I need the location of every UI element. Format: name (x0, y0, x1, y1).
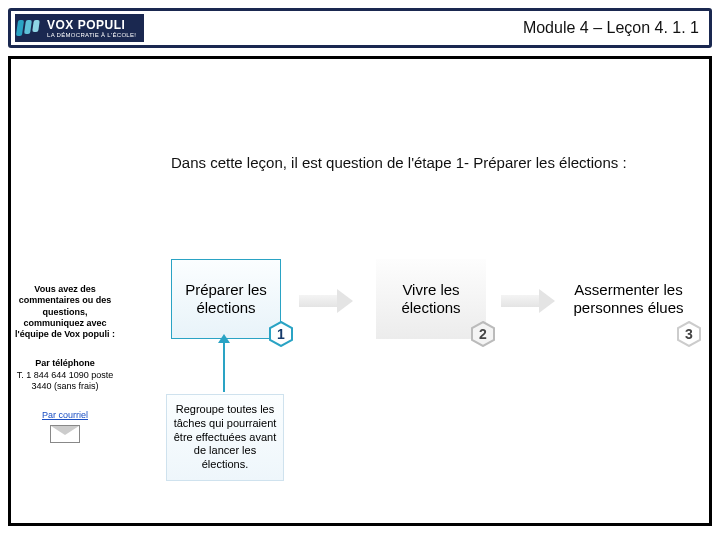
step-1-num: 1 (277, 326, 285, 342)
step-2-badge: 2 (471, 321, 495, 347)
lesson-intro: Dans cette leçon, il est question de l'é… (171, 154, 627, 171)
logo-icon (17, 20, 41, 36)
step-1-detail: Regroupe toutes les tâches qui pourraien… (166, 394, 284, 481)
step-3-box: Assermenter les personnes élues (566, 254, 691, 344)
step-2-num: 2 (479, 326, 487, 342)
step-1-box: Préparer les élections (171, 259, 281, 339)
logo-tagline: LA DÉMOCRATIE À L'ÉCOLE! (47, 32, 136, 38)
step-1-label: Préparer les élections (178, 281, 274, 317)
step-2-box: Vivre les élections (376, 259, 486, 339)
sidebar: Vous avez des commentaires ou des questi… (15, 284, 115, 461)
step-3-label: Assermenter les personnes élues (572, 281, 685, 317)
step-1-badge: 1 (269, 321, 293, 347)
phone-number: T. 1 844 644 1090 poste 3440 (sans frais… (15, 370, 115, 393)
logo-text-wrap: VOX POPULI LA DÉMOCRATIE À L'ÉCOLE! (47, 18, 136, 38)
step-2-label: Vivre les élections (382, 281, 480, 317)
contact-intro: Vous avez des commentaires ou des questi… (15, 284, 115, 340)
step-3-num: 3 (685, 326, 693, 342)
email-block: Par courriel (15, 410, 115, 443)
step-3-badge: 3 (677, 321, 701, 347)
phone-block: Par téléphone T. 1 844 644 1090 poste 34… (15, 358, 115, 392)
page-title: Module 4 – Leçon 4. 1. 1 (523, 19, 699, 37)
arrow-icon (299, 292, 354, 310)
arrow-icon (501, 292, 556, 310)
header-bar: VOX POPULI LA DÉMOCRATIE À L'ÉCOLE! Modu… (8, 8, 712, 48)
mail-icon[interactable] (50, 425, 80, 443)
connector-arrow-icon (223, 342, 225, 392)
logo: VOX POPULI LA DÉMOCRATIE À L'ÉCOLE! (15, 14, 144, 42)
main-frame: Dans cette leçon, il est question de l'é… (8, 56, 712, 526)
phone-label: Par téléphone (15, 358, 115, 369)
email-link[interactable]: Par courriel (42, 410, 88, 420)
logo-name: VOX POPULI (47, 18, 136, 32)
